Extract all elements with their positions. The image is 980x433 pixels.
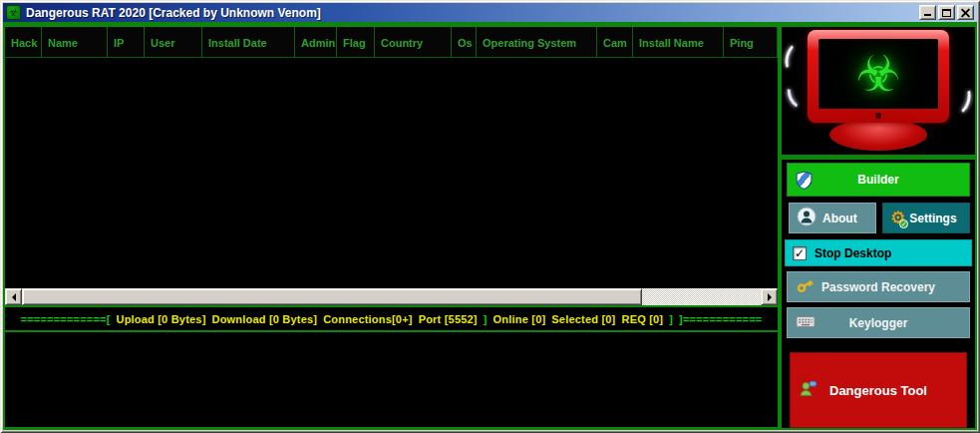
password-recovery-button[interactable]: Password Recovery [787,271,970,302]
monitor-screen: ☣ [818,39,938,109]
column-header-name[interactable]: Name [42,27,108,57]
monitor-stand [829,119,927,151]
column-header-install-name[interactable]: Install Name [633,27,724,57]
column-header-cam[interactable]: Cam [597,27,633,57]
key-icon [796,276,816,297]
check-badge-icon: ✓ [899,219,908,228]
stop-desktop-toggle[interactable]: ✓ Stop Desktop [785,239,972,266]
keylogger-label: Keylogger [816,316,941,330]
user-chat-icon [799,379,817,401]
window-title: Dangerous RAT 2020 [Cracked by Unknown V… [26,6,917,20]
column-header-ping[interactable]: Ping [724,27,778,57]
status-bar: =============[Upload [0 Bytes]Download [… [5,307,778,330]
dangerous-tool-button[interactable]: Dangerous Tool [790,352,967,428]
about-button[interactable]: About [789,203,876,233]
status-segment: Connections[0+] [323,313,412,325]
left-arrow-icon [8,293,16,301]
status-segment: =============[ [21,313,111,325]
column-header-flag[interactable]: Flag [337,27,375,57]
gear-icon: ⚙ ✓ [890,210,905,226]
builder-button[interactable]: Builder [787,163,970,197]
dangerous-tool-label: Dangerous Tool [817,383,939,398]
status-segment: ] [669,313,673,325]
minimize-button[interactable] [919,5,936,20]
status-segment: Download [0 Bytes] [212,313,318,325]
right-arrow-icon [768,293,776,301]
status-segment: Online [0] [493,313,546,325]
stop-desktop-checkbox[interactable]: ✓ [793,246,807,260]
stop-desktop-label: Stop Desktop [815,246,891,260]
keyboard-icon [796,314,816,331]
close-button[interactable] [957,5,974,20]
lightning-icon [784,81,810,111]
close-icon [961,8,970,17]
status-segment: REQ [0] [621,313,663,325]
column-header-operating-system[interactable]: Operating System [477,27,597,57]
scroll-right-button[interactable] [761,288,778,305]
password-recovery-label: Password Recovery [816,280,941,294]
settings-button[interactable]: ⚙ ✓ Settings [882,203,970,233]
status-segment: Upload [0 Bytes] [117,313,206,325]
app-window: ☣ Dangerous RAT 2020 [Cracked by Unknown… [0,0,980,433]
sidebar-divider [782,155,975,160]
settings-label: Settings [909,212,956,225]
status-segment: ] [484,313,488,325]
column-header-user[interactable]: User [145,27,202,57]
about-label: About [822,212,857,225]
scrollbar-thumb[interactable] [22,288,642,305]
biohazard-icon: ☣ [856,49,901,99]
shield-icon [796,171,813,193]
status-segment: Port [5552] [419,313,478,325]
monitor-graphic: ☣ [782,27,975,155]
titlebar[interactable]: ☣ Dangerous RAT 2020 [Cracked by Unknown… [3,3,977,22]
person-icon [797,207,817,229]
power-dot-icon [875,113,881,119]
column-header-hack[interactable]: Hack [5,27,42,57]
maximize-icon [942,9,951,17]
monitor-frame: ☣ [808,30,949,123]
app-biohazard-icon[interactable]: ☣ [6,5,21,20]
status-bar-text: =============[Upload [0 Bytes]Download [… [18,313,766,325]
horizontal-scrollbar[interactable] [5,288,778,305]
content-area: HackNameIPUserInstall DateAdminFlagCount… [3,22,977,430]
status-segment: Selected [0] [551,313,615,325]
maximize-button[interactable] [938,5,955,20]
table-header: HackNameIPUserInstall DateAdminFlagCount… [5,27,778,58]
lightning-icon [948,83,974,117]
status-segment: ]============ [679,313,762,325]
column-header-install-date[interactable]: Install Date [202,27,295,57]
builder-label: Builder [857,173,898,187]
column-header-country[interactable]: Country [375,27,452,57]
column-header-os[interactable]: Os [452,27,477,57]
sidebar: ☣ [782,27,975,428]
column-header-ip[interactable]: IP [108,27,145,57]
scroll-left-button[interactable] [5,288,22,305]
victims-table-body[interactable] [5,58,778,288]
keylogger-button[interactable]: Keylogger [787,307,970,338]
log-panel [5,332,778,427]
minimize-icon [924,14,931,16]
column-header-admin[interactable]: Admin [295,27,337,57]
lightning-icon [783,41,808,74]
